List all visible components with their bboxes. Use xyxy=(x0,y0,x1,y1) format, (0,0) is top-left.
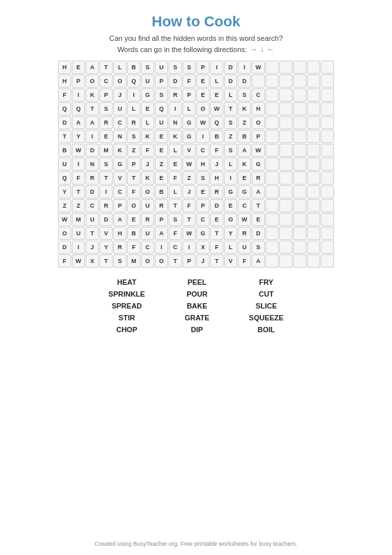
arrow-down: ↓ xyxy=(260,45,264,54)
grid-cell: C xyxy=(196,213,210,226)
grid-cell xyxy=(321,116,334,129)
grid-cell xyxy=(321,241,334,254)
grid-cell: Y xyxy=(224,227,237,240)
grid-cell xyxy=(279,144,293,157)
grid-cell: T xyxy=(210,254,223,268)
words-column-1: HEATSPRINKLESPREADSTIRCHOP xyxy=(109,278,146,334)
grid-cell: A xyxy=(72,116,85,129)
grid-cell: U xyxy=(141,74,154,88)
grid-cell: L xyxy=(224,241,237,254)
grid-cell xyxy=(307,130,320,143)
grid-cell: Y xyxy=(58,185,71,198)
grid-cell: S xyxy=(113,254,126,268)
grid-cell: R xyxy=(141,213,154,226)
grid-cell: L xyxy=(127,102,140,115)
grid-cell: A xyxy=(86,116,99,129)
grid-cell: U xyxy=(72,227,85,240)
grid-cell: J xyxy=(210,158,223,171)
grid-cell xyxy=(321,61,334,74)
grid-cell: W xyxy=(72,144,85,157)
grid-cell: L xyxy=(224,158,237,171)
grid-cell: O xyxy=(86,74,99,88)
grid-cell xyxy=(266,102,279,115)
grid-cell xyxy=(266,144,279,157)
grid-cell xyxy=(279,88,293,102)
grid-cell: N xyxy=(113,130,126,143)
grid-cell xyxy=(293,254,306,268)
grid-cell: F xyxy=(58,254,71,268)
grid-cell: O xyxy=(155,254,168,268)
grid-cell xyxy=(293,144,306,157)
grid-cell xyxy=(293,61,306,74)
grid-cell: Z xyxy=(224,130,237,143)
grid-cell: C xyxy=(113,116,126,129)
grid-cell: N xyxy=(86,158,99,171)
grid-cell: O xyxy=(252,116,265,129)
grid-cell xyxy=(279,185,293,198)
grid-cell: S xyxy=(224,116,237,129)
grid-cell: I xyxy=(86,130,99,143)
grid-cell xyxy=(279,213,293,226)
grid-cell xyxy=(321,254,334,268)
grid-cell: K xyxy=(169,130,182,143)
grid-cell xyxy=(307,158,320,171)
grid-cell: R xyxy=(113,241,126,254)
grid-cell: Z xyxy=(238,116,251,129)
grid-cell: S xyxy=(169,213,182,226)
grid-cell: Q xyxy=(210,116,223,129)
grid-cell: D xyxy=(99,213,113,226)
grid-cell xyxy=(321,158,334,171)
grid-cell: B xyxy=(127,227,140,240)
grid-cell: I xyxy=(182,241,196,254)
word-item: CHOP xyxy=(116,326,137,334)
subtitle: Can you find all the hidden words in thi… xyxy=(13,34,379,42)
grid-cell: W xyxy=(72,254,85,268)
grid-cell xyxy=(279,199,293,212)
grid-cell: D xyxy=(224,61,237,74)
grid-cell: K xyxy=(238,158,251,171)
grid-cell: P xyxy=(72,74,85,88)
grid-cell: U xyxy=(86,213,99,226)
grid-cell: T xyxy=(86,227,99,240)
grid-cell xyxy=(266,213,279,226)
words-column-3: FRYCUTSLICESQUEEZEBOIL xyxy=(249,278,284,334)
grid-cell: S xyxy=(127,130,140,143)
grid-cell: W xyxy=(252,144,265,157)
grid-cell: S xyxy=(182,61,196,74)
grid-cell: V xyxy=(224,254,237,268)
grid-cell: V xyxy=(182,144,196,157)
grid-cell xyxy=(321,74,334,88)
grid-cell: P xyxy=(182,254,196,268)
grid-cell: J xyxy=(196,254,210,268)
grid-cell: G xyxy=(141,88,154,102)
grid-cell: O xyxy=(113,74,126,88)
grid-cell xyxy=(266,88,279,102)
page-title: How to Cook xyxy=(13,13,379,30)
word-item: SPRINKLE xyxy=(109,290,146,298)
grid-cell: H xyxy=(210,171,223,185)
directions-label: Words can go in the following directions… xyxy=(117,45,247,53)
grid-cell: E xyxy=(196,185,210,198)
grid-cell: I xyxy=(224,171,237,185)
grid-cell xyxy=(321,213,334,226)
arrow-right: → xyxy=(250,45,258,54)
grid-cell xyxy=(293,199,306,212)
grid-cell: M xyxy=(127,254,140,268)
grid-cell: Z xyxy=(182,171,196,185)
grid-cell: P xyxy=(196,199,210,212)
grid-cell: I xyxy=(127,88,140,102)
grid-cell: J xyxy=(86,241,99,254)
footer: Created using BusyTeacher.org. Free prin… xyxy=(0,540,392,547)
word-item: FRY xyxy=(259,278,273,286)
word-item: SLICE xyxy=(256,302,277,310)
grid-cell: S xyxy=(252,241,265,254)
grid-cell: U xyxy=(155,61,168,74)
grid-cell: D xyxy=(169,74,182,88)
arrow-left: ← xyxy=(267,45,275,54)
grid-cell: K xyxy=(113,144,126,157)
grid-cell: T xyxy=(182,213,196,226)
grid-cell: A xyxy=(113,213,126,226)
grid-cell: S xyxy=(196,171,210,185)
grid-cell: T xyxy=(99,254,113,268)
word-item: BAKE xyxy=(186,302,207,310)
